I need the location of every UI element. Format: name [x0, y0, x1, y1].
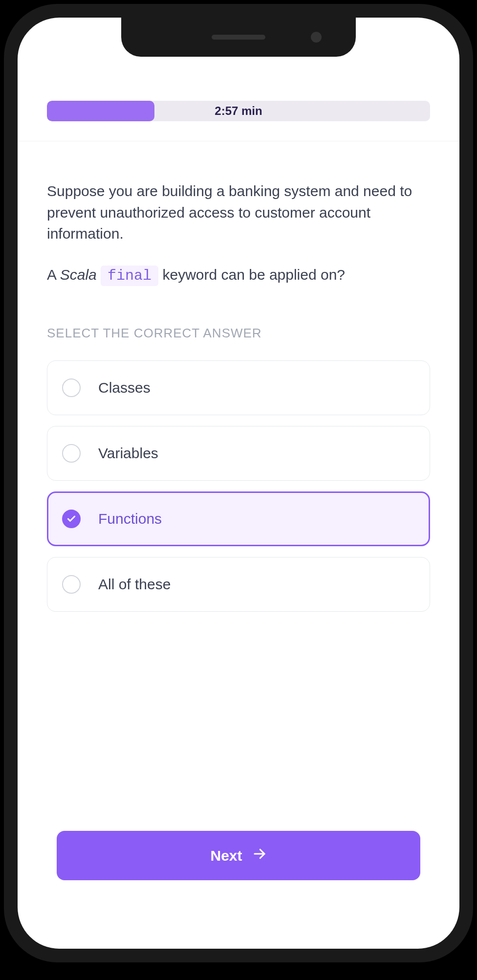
- answers-container: ClassesVariablesFunctionsAll of these: [47, 360, 430, 612]
- prompt-prefix: A: [47, 267, 60, 283]
- answer-option-3[interactable]: All of these: [47, 557, 430, 612]
- answer-option-2[interactable]: Functions: [47, 491, 430, 546]
- question-prompt: A Scala final keyword can be applied on?: [47, 264, 430, 287]
- answers-instruction: SELECT THE CORRECT ANSWER: [47, 326, 430, 341]
- radio-checked-icon: [62, 510, 81, 528]
- quiz-content: 2:57 min Suppose you are building a bank…: [18, 18, 459, 949]
- next-button-label: Next: [210, 847, 242, 864]
- radio-unchecked-icon: [62, 575, 81, 594]
- answers-section: SELECT THE CORRECT ANSWER ClassesVariabl…: [18, 306, 459, 623]
- answer-option-0[interactable]: Classes: [47, 360, 430, 415]
- arrow-right-icon: [252, 846, 267, 865]
- next-button[interactable]: Next: [57, 831, 420, 880]
- radio-unchecked-icon: [62, 444, 81, 463]
- answer-option-label: Classes: [98, 379, 151, 396]
- radio-unchecked-icon: [62, 379, 81, 397]
- question-section: Suppose you are building a banking syste…: [18, 141, 459, 306]
- notch-speaker: [212, 35, 265, 40]
- question-context: Suppose you are building a banking syste…: [47, 180, 430, 245]
- answer-option-label: Variables: [98, 445, 158, 462]
- answer-option-label: Functions: [98, 511, 162, 527]
- prompt-suffix: keyword can be applied on?: [162, 267, 345, 283]
- phone-screen: 2:57 min Suppose you are building a bank…: [18, 18, 459, 949]
- timer-label: 2:57 min: [215, 104, 262, 118]
- prompt-language: Scala: [60, 267, 97, 283]
- prompt-code-keyword: final: [101, 266, 158, 286]
- progress-fill: [47, 101, 154, 121]
- progress-section: 2:57 min: [18, 71, 459, 141]
- phone-notch: [121, 18, 356, 57]
- answer-option-1[interactable]: Variables: [47, 426, 430, 481]
- footer: Next: [18, 831, 459, 949]
- progress-bar: 2:57 min: [47, 101, 430, 121]
- notch-camera: [311, 32, 322, 43]
- answer-option-label: All of these: [98, 576, 171, 593]
- phone-frame: 2:57 min Suppose you are building a bank…: [4, 4, 473, 962]
